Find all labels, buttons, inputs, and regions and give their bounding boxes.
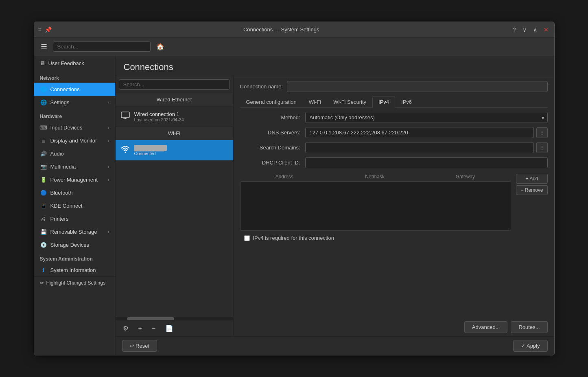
highlight-label: Highlight Changed Settings — [46, 280, 105, 286]
address-table-main — [240, 182, 511, 230]
advanced-button[interactable]: Advanced... — [464, 321, 508, 333]
dns-edit-button[interactable]: ⋮ — [536, 127, 548, 138]
connections-list-footer: ⚙ + − 📄 — [116, 320, 233, 336]
ipv4-required-checkbox[interactable] — [244, 235, 250, 241]
tab-wifi-security[interactable]: Wi-Fi Security — [327, 96, 372, 108]
sidebar-item-sysinfo[interactable]: ℹ System Information — [34, 263, 115, 276]
svg-point-3 — [125, 152, 126, 153]
sidebar-item-user-feedback[interactable]: 🖥 User Feedback — [34, 56, 115, 70]
connections-remove-button[interactable]: − — [149, 323, 159, 334]
sidebar-section-hardware: Hardware — [34, 109, 115, 121]
tab-ipv6[interactable]: IPv6 — [395, 96, 418, 108]
wired-ethernet-group-label: Wired Ethernet — [116, 93, 233, 106]
app-icon: ≡ — [38, 26, 42, 33]
tab-wifi[interactable]: Wi-Fi — [303, 96, 327, 108]
sidebar-item-connections[interactable]: 🌐 Connections — [34, 83, 115, 96]
remove-address-button[interactable]: − Remove — [516, 185, 547, 195]
settings-icon: 🌐 — [40, 99, 47, 106]
connections-list-scroll: Wired Ethernet Wired connection 1 — [116, 93, 233, 317]
sidebar-item-power[interactable]: 🔋 Power Management › — [34, 173, 115, 186]
sidebar-item-removable-label: Removable Storage — [50, 229, 97, 235]
ipv4-required-label[interactable]: IPv4 is required for this connection — [253, 235, 334, 241]
ipv4-config-content: Method: Automatic (Only addresses) Autom… — [240, 112, 548, 318]
input-devices-icon: ⌨ — [40, 124, 47, 131]
sidebar-item-storage[interactable]: 💿 Storage Devices — [34, 238, 115, 251]
sidebar-item-audio-label: Audio — [50, 151, 64, 157]
bottom-bar-left: ↩ Reset — [122, 340, 157, 352]
address-grid-left: Address Netmask Gateway — [240, 172, 511, 231]
search-domains-row: Search Domains: ⋮ — [240, 142, 548, 153]
minimize-button[interactable]: ∨ — [521, 26, 528, 34]
power-icon: 🔋 — [40, 176, 47, 183]
dhcp-input[interactable] — [305, 157, 548, 168]
sidebar-item-label: User Feedback — [48, 60, 84, 66]
connection-name-row: Connection name: — [240, 81, 548, 92]
connections-icon: 🌐 — [40, 85, 47, 93]
titlebar-left: ≡ 📌 — [38, 26, 52, 33]
user-feedback-icon: 🖥 — [40, 60, 45, 66]
display-chevron-icon: › — [108, 138, 109, 143]
ipv4-required-row: IPv4 is required for this connection — [240, 235, 548, 241]
tab-general[interactable]: General configuration — [240, 96, 303, 108]
home-button[interactable]: 🏠 — [154, 41, 167, 52]
toolbar-search-input[interactable] — [53, 42, 151, 52]
wired-connection-1-item[interactable]: Wired connection 1 Last used on 2021-04-… — [116, 106, 233, 127]
sidebar-item-removable[interactable]: 💾 Removable Storage › — [34, 225, 115, 238]
connections-add-button[interactable]: + — [135, 323, 145, 334]
sidebar-item-bluetooth[interactable]: 🔵 Bluetooth — [34, 186, 115, 199]
wifi-connection-item[interactable]: ████████ Connected — [116, 140, 233, 161]
tab-ipv4[interactable]: IPv4 — [372, 96, 395, 108]
add-address-button[interactable]: + Add — [516, 174, 547, 184]
routes-button[interactable]: Routes... — [511, 321, 547, 333]
connections-settings-button[interactable]: ⚙ — [120, 323, 132, 334]
connections-search-area — [116, 76, 233, 93]
sidebar-item-printers[interactable]: 🖨 Printers — [34, 212, 115, 225]
dhcp-input-wrap — [305, 157, 548, 168]
sidebar-item-display[interactable]: 🖥 Display and Monitor › — [34, 134, 115, 147]
sidebar-item-kde-connect-label: KDE Connect — [50, 203, 83, 209]
method-label: Method: — [240, 114, 305, 121]
sidebar-item-display-label: Display and Monitor — [50, 138, 97, 144]
kde-connect-icon: 📱 — [40, 202, 47, 209]
connection-name-label: Connection name: — [240, 83, 283, 90]
wired-connection-icon — [120, 110, 130, 123]
sidebar-item-multimedia[interactable]: 📷 Multimedia › — [34, 160, 115, 173]
sidebar-item-input-devices[interactable]: ⌨ Input Devices › — [34, 121, 115, 134]
dns-input[interactable] — [305, 127, 534, 138]
maximize-button[interactable]: ∧ — [531, 26, 539, 34]
sidebar-item-sysinfo-label: System Information — [50, 267, 96, 273]
advanced-routes-row: Advanced... Routes... — [240, 318, 548, 336]
dhcp-label: DHCP Client ID: — [240, 160, 305, 166]
sidebar-item-multimedia-label: Multimedia — [50, 164, 76, 170]
method-select-wrap: Automatic (Only addresses) Automatic Man… — [305, 112, 548, 123]
highlight-icon: ✏ — [40, 280, 44, 286]
gateway-col-label: Gateway — [421, 174, 509, 180]
sidebar-item-audio[interactable]: 🔊 Audio — [34, 147, 115, 160]
connection-name-input[interactable] — [287, 81, 547, 92]
connections-export-button[interactable]: 📄 — [162, 323, 177, 334]
search-domains-input[interactable] — [305, 142, 534, 153]
sidebar-item-settings[interactable]: 🌐 Settings › — [34, 96, 115, 109]
removable-icon: 💾 — [40, 228, 47, 235]
main-layout: 🖥 User Feedback Network 🌐 Connections 🌐 … — [34, 56, 554, 355]
input-devices-chevron-icon: › — [108, 125, 109, 130]
titlebar-title: Connections — System Settings — [52, 26, 511, 33]
sidebar-item-storage-label: Storage Devices — [50, 242, 89, 248]
sidebar-section-sysadmin: System Administration — [34, 251, 115, 263]
wifi-connection-sub: Connected — [134, 151, 228, 156]
apply-button[interactable]: ✓ Apply — [513, 340, 547, 352]
search-domains-label: Search Domains: — [240, 145, 305, 151]
address-section: Address Netmask Gateway — [240, 172, 548, 231]
help-button[interactable]: ? — [511, 26, 518, 34]
sidebar-item-kde-connect[interactable]: 📱 KDE Connect — [34, 199, 115, 212]
connections-search-input[interactable] — [119, 79, 230, 90]
highlight-changed-button[interactable]: ✏ Highlight Changed Settings — [34, 276, 115, 289]
wifi-group-label: Wi-Fi — [116, 127, 233, 140]
search-domains-edit-button[interactable]: ⋮ — [536, 142, 548, 153]
method-select[interactable]: Automatic (Only addresses) Automatic Man… — [305, 112, 548, 123]
close-button[interactable]: ✕ — [542, 26, 550, 34]
removable-chevron-icon: › — [108, 229, 109, 234]
list-scrollbar-track — [116, 317, 233, 320]
reset-button[interactable]: ↩ Reset — [122, 340, 157, 352]
menu-button[interactable]: ☰ — [38, 41, 50, 53]
